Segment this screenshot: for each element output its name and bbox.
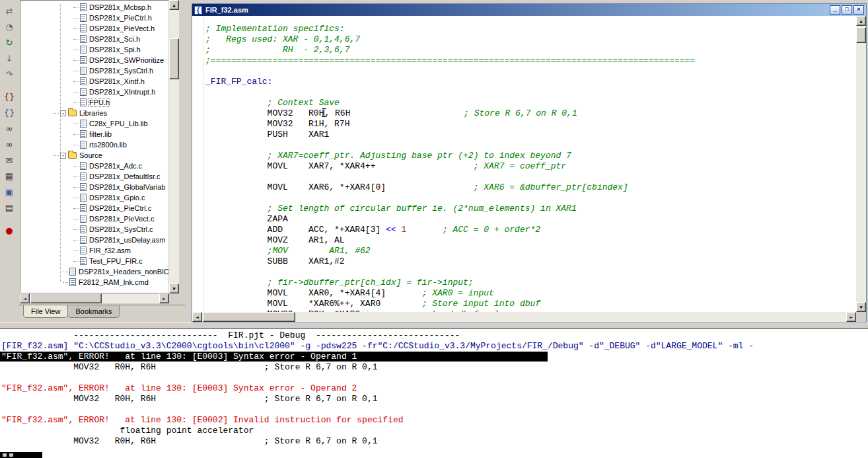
output-line[interactable] bbox=[1, 373, 868, 383]
code-line[interactable] bbox=[205, 140, 856, 151]
scroll-thumb[interactable] bbox=[30, 293, 102, 303]
tree-item-dsp281x-sysctrl-h[interactable]: DSP281x_SysCtrl.h bbox=[20, 65, 168, 76]
tree-item-dsp281x-headers-nonbios-[interactable]: DSP281x_Headers_nonBIOS. bbox=[20, 266, 168, 277]
code-line[interactable]: ; Regs used: XAR - 0,1,4,6,7 bbox=[205, 34, 856, 45]
output-line[interactable]: MOV32 R0H, R6H ; Store R 6,7 on R 0,1 bbox=[1, 394, 868, 404]
pane-splitter[interactable] bbox=[0, 323, 868, 328]
code-line[interactable]: ZAPA bbox=[205, 214, 856, 225]
scroll-right-icon[interactable]: ► bbox=[846, 312, 856, 322]
code-line[interactable]: ; XAR7=coeff_ptr. Adjusting base ptr (+2… bbox=[205, 151, 856, 161]
tree-expand-toggle[interactable]: - bbox=[60, 110, 66, 116]
scroll-thumb[interactable] bbox=[169, 38, 179, 79]
code-line[interactable]: MOVZ AR1, AL bbox=[205, 235, 856, 246]
project-tree[interactable]: DSP281x_Mcbsp.hDSP281x_PieCtrl.hDSP281x_… bbox=[20, 0, 169, 293]
scroll-up-icon[interactable]: ▲ bbox=[856, 16, 866, 26]
output-line[interactable]: MOV32 R0H, R6H ; Store R 6,7 on R 0,1 bbox=[1, 362, 868, 373]
code-area[interactable]: ; Implementation specifics:; Regs used: … bbox=[192, 16, 856, 312]
tree-item-dsp281x-sci-h[interactable]: DSP281x_Sci.h bbox=[20, 34, 168, 44]
tree-item-f2812-ram-lnk-cmd[interactable]: F2812_RAM_lnk.cmd bbox=[20, 277, 168, 287]
scroll-left-icon[interactable]: ◄ bbox=[20, 293, 30, 303]
scroll-down-icon[interactable]: ▼ bbox=[169, 284, 179, 293]
code-line[interactable]: ;MOV AR1, #62 bbox=[205, 246, 856, 256]
file-view-tab[interactable]: File View bbox=[23, 305, 68, 318]
tree-expand-toggle[interactable]: - bbox=[60, 153, 66, 159]
profile-clock-icon[interactable]: ◔ bbox=[1, 19, 17, 34]
tree-item-dsp281x-usdelay-asm[interactable]: DSP281x_usDelay.asm bbox=[20, 235, 168, 245]
tree-item-dsp281x-globalvariab[interactable]: DSP281x_GlobalVariab bbox=[20, 182, 168, 192]
halt-record-icon[interactable]: ● bbox=[1, 223, 17, 237]
tree-item-dsp281x-sysctrl-c[interactable]: DSP281x_SysCtrl.c bbox=[20, 224, 168, 235]
tree-item-dsp281x-pievect-c[interactable]: DSP281x_PieVect.c bbox=[20, 213, 168, 224]
scroll-right-icon[interactable]: ► bbox=[159, 293, 169, 303]
tree-item-source[interactable]: -Source bbox=[20, 150, 168, 161]
code-line[interactable]: ; Implementation specifics: bbox=[205, 24, 856, 34]
tree-item-rts2800n-lib[interactable]: rts2800n.lib bbox=[20, 139, 168, 150]
tree-item-dsp281x-mcbsp-h[interactable]: DSP281x_Mcbsp.h bbox=[20, 2, 168, 13]
step-into-icon[interactable]: ↓ bbox=[1, 51, 17, 65]
restore-button[interactable]: □ bbox=[842, 5, 852, 15]
scroll-left-icon[interactable]: ◄ bbox=[192, 312, 202, 322]
bookmarks-tab[interactable]: Bookmarks bbox=[67, 305, 120, 318]
code-line[interactable]: MOVL XAR0, *+XAR4[4] ; XAR0 = input bbox=[205, 288, 856, 299]
tree-item-dsp281x-pievect-h[interactable]: DSP281x_PieVect.h bbox=[20, 23, 168, 34]
output-line[interactable]: MOV32 R0H, R6H ; Store R 6,7 on R 0,1 bbox=[1, 436, 868, 447]
tree-item-dsp281x-piectrl-h[interactable]: DSP281x_PieCtrl.h bbox=[20, 13, 168, 23]
output-line[interactable]: "FIR_f32.asm", ERROR! at line 130: [E000… bbox=[1, 415, 868, 426]
scroll-up-icon[interactable]: ▲ bbox=[169, 0, 179, 10]
tree-horizontal-scrollbar[interactable]: ◄ ► bbox=[20, 293, 169, 303]
code-line[interactable]: MOVL XAR7, *XAR4++ ; XAR7 = coeff_ptr bbox=[205, 161, 856, 172]
tree-item-dsp281x-defaultisr-c[interactable]: DSP281x_DefaultIsr.c bbox=[20, 171, 168, 182]
code-line[interactable]: SUBB XAR1,#2 bbox=[205, 256, 856, 267]
tree-vertical-scrollbar[interactable]: ▲ ▼ bbox=[169, 0, 179, 293]
tree-item-filter-lib[interactable]: filter.lib bbox=[20, 129, 168, 139]
output-line[interactable]: "FIR_f32.asm", ERROR! at line 130: [E000… bbox=[1, 383, 868, 394]
code-line[interactable] bbox=[205, 66, 856, 77]
code-line[interactable]: ; Set length of circular buffer ie. (2*n… bbox=[205, 204, 856, 214]
tree-item-dsp281x-swprioritize[interactable]: DSP281x_SWPrioritize bbox=[20, 55, 168, 65]
mail-icon[interactable]: ✉ bbox=[1, 153, 17, 167]
memory-grid-icon[interactable]: ▦ bbox=[1, 169, 17, 183]
output-line[interactable] bbox=[1, 404, 868, 415]
tree-item-dsp281x-adc-c[interactable]: DSP281x_Adc.c bbox=[20, 161, 168, 171]
tree-item-test-fpu-fir-c[interactable]: Test_FPU_FIR.c bbox=[20, 256, 168, 266]
profile-setup-icon[interactable]: ⇄ bbox=[1, 3, 17, 18]
code-line[interactable] bbox=[205, 87, 856, 98]
tree-item-dsp281x-gpio-c[interactable]: DSP281x_Gpio.c bbox=[20, 192, 168, 203]
code-line[interactable]: ; fir->dbuffer_ptr[ch_idx] = fir->input; bbox=[205, 278, 856, 288]
code-line[interactable]: _FIR_FP_calc: bbox=[205, 77, 856, 87]
editor-horizontal-scrollbar[interactable]: ◄ ► bbox=[192, 312, 856, 322]
code-line[interactable] bbox=[205, 267, 856, 278]
output-line[interactable]: [FIR_f32.asm] "C:\CCStudio_v3.3\C2000\cg… bbox=[1, 341, 868, 352]
watch-window-icon[interactable]: ∞ bbox=[1, 121, 17, 135]
braces-step-icon[interactable]: {} bbox=[1, 105, 17, 120]
tree-item-dsp281x-xintf-h[interactable]: DSP281x_Xintf.h bbox=[20, 76, 168, 87]
scroll-thumb[interactable] bbox=[856, 27, 866, 43]
code-line[interactable]: MOV32 R0H, R6H ; Store R 6,7 on R 0,1 bbox=[205, 108, 856, 119]
register-window-icon[interactable]: ▣ bbox=[1, 184, 17, 199]
editor-titlebar[interactable]: { FIR_f32.asm _□× bbox=[192, 4, 866, 16]
tree-item-dsp281x-xintrupt-h[interactable]: DSP281x_XIntrupt.h bbox=[20, 87, 168, 97]
tree-item-dsp281x-spi-h[interactable]: DSP281x_Spi.h bbox=[20, 44, 168, 55]
code-line[interactable]: MOV32 R1H, R7H bbox=[205, 119, 856, 130]
code-line[interactable]: MOVL *XAR6%++, XAR0 ; Store input into d… bbox=[205, 299, 856, 309]
tree-item-c28x-fpu-lib-lib[interactable]: C28x_FPU_Lib.lib bbox=[20, 118, 168, 129]
editor-vertical-scrollbar[interactable]: ▲ ▼ bbox=[856, 16, 866, 312]
tree-item-fir-f32-asm[interactable]: FIR_f32.asm bbox=[20, 245, 168, 256]
code-line[interactable]: PUSH XAR1 bbox=[205, 130, 856, 140]
output-line[interactable]: "FIR_f32.asm", ERROR! at line 130: [E000… bbox=[0, 352, 868, 362]
quick-watch-icon[interactable]: ∞ bbox=[1, 137, 17, 151]
scroll-thumb[interactable] bbox=[203, 312, 295, 322]
code-line[interactable] bbox=[205, 172, 856, 182]
close-button[interactable]: × bbox=[853, 5, 864, 15]
braces-source-icon[interactable]: {} bbox=[1, 89, 17, 104]
output-line[interactable]: floating point accelerator bbox=[1, 426, 868, 436]
minimize-button[interactable]: _ bbox=[830, 5, 840, 15]
tree-item-dsp281x-piectrl-c[interactable]: DSP281x_PieCtrl.c bbox=[20, 203, 168, 213]
code-line[interactable]: ; RH - 2,3,6,7 bbox=[205, 45, 856, 56]
scroll-down-icon[interactable]: ▼ bbox=[856, 302, 866, 312]
code-line[interactable]: ; Context Save bbox=[205, 98, 856, 108]
step-over-icon[interactable]: ↷ bbox=[1, 67, 17, 81]
tree-item-fpu-h[interactable]: FPU.h bbox=[20, 97, 168, 108]
code-line[interactable] bbox=[205, 193, 856, 204]
tree-item-libraries[interactable]: -Libraries bbox=[20, 108, 168, 118]
